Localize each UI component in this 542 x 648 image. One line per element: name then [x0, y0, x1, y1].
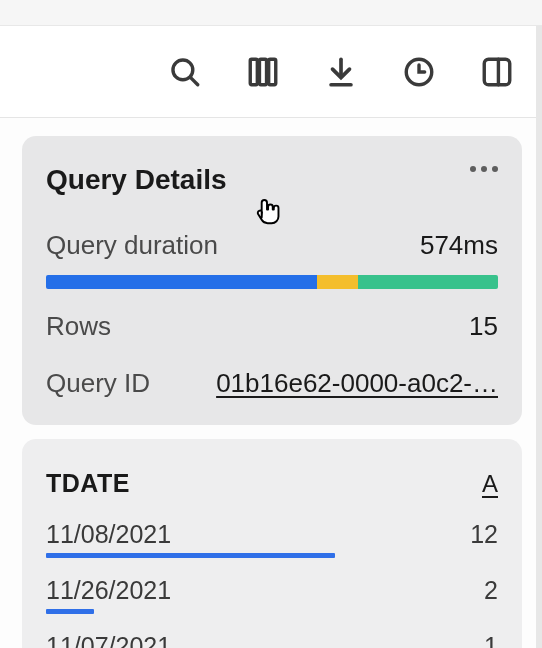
svg-rect-4 [269, 59, 276, 85]
clock-icon[interactable] [402, 55, 436, 89]
window-strip [0, 0, 542, 26]
distribution-date: 11/08/2021 [46, 520, 171, 549]
distribution-row: 11/26/20212 [46, 576, 498, 605]
duration-label: Query duration [46, 230, 218, 261]
distribution-count: 1 [484, 632, 498, 648]
search-icon[interactable] [168, 55, 202, 89]
rows-row: Rows 15 [46, 311, 498, 342]
distribution-row: 11/08/202112 [46, 520, 498, 549]
more-icon[interactable] [470, 166, 498, 172]
duration-bar-segment [358, 275, 498, 289]
toolbar [0, 26, 542, 118]
panel-icon[interactable] [480, 55, 514, 89]
distribution-date: 11/07/2021 [46, 632, 171, 648]
duration-value: 574ms [420, 230, 498, 261]
right-divider [536, 26, 542, 648]
distribution-bar [46, 553, 335, 558]
query-id-row: Query ID 01b16e62-0000-a0c2-… [46, 368, 498, 399]
panel-title: Query Details [46, 164, 498, 196]
duration-bar [46, 275, 498, 289]
duration-row: Query duration 574ms [46, 230, 498, 261]
distribution-row: 11/07/20211 [46, 632, 498, 648]
query-id-value[interactable]: 01b16e62-0000-a0c2-… [216, 368, 498, 399]
distribution-bar [46, 609, 94, 614]
query-details-panel: Query Details Query duration 574ms Rows … [22, 136, 522, 425]
svg-rect-3 [259, 59, 266, 85]
rows-value: 15 [469, 311, 498, 342]
distribution-date: 11/26/2021 [46, 576, 171, 605]
svg-rect-2 [250, 59, 257, 85]
column-stats-panel: TDATE A 11/08/20211211/26/2021211/07/202… [22, 439, 522, 648]
distribution-count: 12 [470, 520, 498, 549]
rows-label: Rows [46, 311, 111, 342]
column-name: TDATE [46, 469, 130, 498]
column-type-icon[interactable]: A [482, 470, 498, 498]
svg-line-1 [190, 77, 197, 84]
distribution-count: 2 [484, 576, 498, 605]
columns-icon[interactable] [246, 55, 280, 89]
pointer-cursor-icon [250, 192, 284, 230]
download-icon[interactable] [324, 55, 358, 89]
duration-bar-segment [46, 275, 317, 289]
duration-bar-segment [317, 275, 358, 289]
column-header: TDATE A [46, 469, 498, 498]
query-id-label: Query ID [46, 368, 150, 399]
